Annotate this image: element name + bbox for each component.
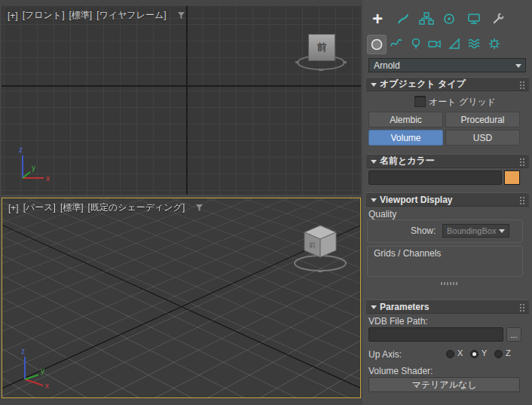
axis-x-label: x [46, 174, 50, 183]
set-square-icon [447, 36, 462, 51]
max-window: [+] [フロント] [標準] [ワイヤフレーム] 前 z x [0, 0, 532, 405]
viewcube[interactable]: 前 [291, 219, 351, 278]
waves-icon [466, 36, 482, 51]
general-menu[interactable]: [+] [8, 11, 18, 21]
viewcube[interactable]: 前 [294, 27, 348, 74]
create-tab[interactable]: + [368, 10, 387, 28]
volume-shader-label: Volume Shader: [368, 366, 433, 376]
category-helpers[interactable] [445, 35, 463, 53]
up-axis-z-radio[interactable] [494, 350, 503, 358]
volume-button[interactable]: Volume [368, 130, 443, 146]
up-axis-label: Up Axis: [368, 349, 402, 360]
light-bulb-icon [408, 36, 423, 51]
display-tab[interactable] [465, 10, 483, 28]
rollout-grip [519, 158, 526, 166]
object-color-swatch[interactable] [504, 170, 520, 185]
collapse-arrow-icon [371, 305, 377, 309]
axis-tripod: z x y [13, 346, 58, 391]
viewport-perspective-active[interactable]: [+] [パース] [標準] [既定のシェーディング] 前 [2, 198, 361, 398]
rollout-parameters-header[interactable]: Parameters [366, 299, 529, 314]
up-axis-z-label: Z [506, 348, 511, 357]
show-dropdown[interactable]: BoundingBox [442, 224, 509, 238]
rollout-grip [519, 81, 526, 89]
plus-icon: + [372, 11, 383, 26]
motion-icon [442, 11, 457, 26]
grids-channels-groupbox: Grids / Channels [367, 246, 523, 277]
viewcube-face-label: 前 [309, 241, 316, 249]
rollout-name-color-header[interactable]: 名前とカラー [366, 154, 529, 168]
spline-icon [389, 36, 404, 51]
autogrid-checkbox[interactable] [414, 96, 426, 107]
up-axis-x-label: X [457, 348, 463, 357]
rollout-grip [519, 196, 526, 204]
rollout-name-color-title: 名前とカラー [380, 155, 435, 167]
chevron-down-icon [499, 229, 505, 233]
axis-z-label: z [19, 146, 23, 154]
collapse-arrow-icon [371, 83, 377, 87]
axis-tripod: z x y [12, 143, 57, 189]
axis-x-label: x [45, 382, 49, 390]
viewcube-front-face[interactable]: 前 [308, 34, 335, 61]
collapse-arrow-icon [371, 160, 377, 164]
motion-tab[interactable] [440, 10, 458, 28]
procedural-button[interactable]: Procedural [445, 112, 520, 127]
view-menu[interactable]: [パース] [23, 201, 56, 214]
up-axis-x-radio[interactable] [446, 350, 454, 358]
utilities-tab[interactable] [489, 10, 507, 28]
front-grid-axis-vertical [186, 6, 188, 195]
hierarchy-icon [419, 11, 434, 26]
viewport-persp-label: [+] [パース] [標準] [既定のシェーディング] [8, 201, 203, 214]
viewport-front-label: [+] [フロント] [標準] [ワイヤフレーム] [8, 9, 185, 22]
autogrid-label: オート グリッド [429, 96, 496, 109]
material-button[interactable]: マテリアルなし [368, 377, 520, 392]
category-lights[interactable] [407, 35, 425, 53]
up-axis-y-label: Y [482, 348, 487, 357]
viewcube-ring [295, 256, 346, 271]
axis-y-label: y [41, 367, 44, 375]
shading-menu[interactable]: [ワイヤフレーム] [96, 9, 166, 22]
vdb-file-path-label: VDB File Path: [368, 316, 428, 327]
per-view-filter-icon[interactable] [195, 204, 203, 212]
modify-icon [396, 11, 411, 26]
per-view-filter-icon[interactable] [177, 11, 185, 20]
category-space-warps[interactable] [465, 35, 483, 53]
rollout-object-type-title: オブジェクト タイプ [380, 78, 466, 91]
up-axis-y-radio[interactable] [470, 350, 478, 358]
category-cameras[interactable] [426, 35, 444, 53]
viewport-front[interactable]: [+] [フロント] [標準] [ワイヤフレーム] 前 z x [2, 6, 361, 195]
renderer-dropdown[interactable]: Arnold [368, 58, 526, 72]
chevron-down-icon [515, 64, 521, 68]
wrench-icon [491, 11, 506, 26]
rollout-parameters-title: Parameters [380, 302, 429, 312]
command-panel: + [362, 0, 532, 405]
alembic-button[interactable]: Alembic [368, 112, 443, 127]
shading-menu[interactable]: [既定のシェーディング] [88, 201, 185, 214]
rollout-object-type-header[interactable]: オブジェクト タイプ [366, 77, 529, 91]
show-dropdown-value: BoundingBox [447, 226, 496, 235]
quality-groupbox: Show: BoundingBox [367, 219, 523, 243]
renderer-dropdown-value: Arnold [374, 60, 400, 71]
modify-tab[interactable] [394, 10, 412, 28]
category-geometry[interactable] [367, 35, 387, 54]
camera-icon [427, 36, 442, 51]
panel-tabs: + [362, 8, 532, 33]
vdb-path-input[interactable] [368, 327, 503, 342]
sphere-icon [369, 37, 384, 52]
standard-menu[interactable]: [標準] [69, 9, 92, 22]
category-shapes[interactable] [387, 35, 405, 53]
axis-y-label: y [32, 164, 35, 172]
standard-menu[interactable]: [標準] [60, 201, 84, 214]
browse-button[interactable]: ... [506, 327, 521, 342]
gear-icon [487, 36, 502, 51]
usd-button[interactable]: USD [445, 130, 520, 146]
grids-channels-label: Grids / Channels [374, 248, 441, 259]
rollout-viewport-display-header[interactable]: Viewport Display [366, 192, 529, 207]
object-name-input[interactable] [368, 170, 502, 185]
panel-resize-handle[interactable] [441, 282, 457, 285]
axis-z-label: z [21, 347, 25, 355]
category-systems[interactable] [485, 35, 503, 53]
general-menu[interactable]: [+] [8, 203, 19, 213]
show-label: Show: [411, 226, 436, 236]
hierarchy-tab[interactable] [417, 10, 436, 28]
view-menu[interactable]: [フロント] [23, 9, 65, 22]
